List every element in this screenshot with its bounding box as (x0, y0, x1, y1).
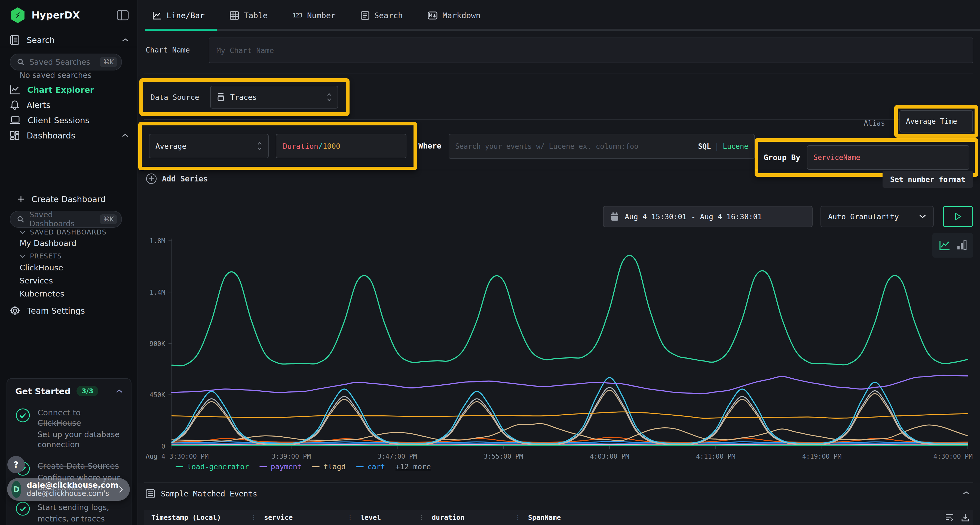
tab-table[interactable]: Table (230, 11, 267, 20)
column-grip-icon[interactable]: ⋮ (514, 514, 521, 521)
no-saved-searches: No saved searches (20, 70, 129, 81)
saved-dashboards-input[interactable]: Saved Dashboards ⌘K (10, 211, 122, 228)
tab-underline-track (145, 29, 980, 31)
series-line (172, 387, 968, 444)
toggle-separator: | (714, 142, 719, 151)
sidebar-item-client-sessions[interactable]: Client Sessions (10, 114, 129, 127)
chart-name-label: Chart Name (146, 46, 190, 54)
sql-toggle[interactable]: SQL (698, 142, 711, 151)
sidebar-item-dashboards[interactable]: Dashboards (10, 129, 129, 142)
legend-item[interactable]: load-generator (176, 462, 249, 471)
task-title: Create Data Sources (38, 461, 122, 471)
add-series-button[interactable]: Add Series (146, 173, 208, 184)
tab-search[interactable]: Search (361, 11, 403, 20)
sidebar-collapse-icon[interactable] (117, 10, 129, 21)
legend-more-link[interactable]: +12 more (396, 462, 431, 471)
lucene-toggle[interactable]: Lucene (723, 142, 748, 151)
plus-circle-icon (146, 173, 157, 184)
sidebar-item-my-dashboard[interactable]: My Dashboard (20, 238, 129, 249)
time-range-value: Aug 4 15:30:01 - Aug 4 16:30:01 (625, 213, 762, 221)
where-input[interactable] (455, 142, 698, 151)
data-source-select[interactable]: Traces (210, 86, 338, 109)
column-header-service[interactable]: service (257, 514, 347, 522)
wrap-lines-icon[interactable] (945, 513, 954, 522)
aggregation-select[interactable]: Average (149, 134, 269, 158)
dashboards-grid-icon (10, 130, 20, 140)
timeseries-chart[interactable]: 0450K900K1.4M1.8MAug 4 3:30:00 PM3:39:00… (144, 234, 973, 462)
chevron-up-icon[interactable] (963, 491, 970, 495)
number-123-icon: 123 (293, 12, 302, 19)
chevron-up-icon[interactable] (122, 38, 129, 42)
legend-dash-icon (259, 466, 267, 467)
chevron-up-icon[interactable] (116, 389, 123, 393)
sidebar-item-search[interactable]: Search (10, 34, 129, 46)
get-started-item-send-data[interactable]: Start sending logs, metrics, or traces (15, 501, 123, 524)
sidebar-item-team-settings[interactable]: Team Settings (10, 304, 129, 317)
group-by-label: Group By (764, 153, 800, 162)
legend-item[interactable]: cart (356, 462, 385, 471)
create-dashboard-button[interactable]: Create Dashboard (18, 193, 129, 206)
play-icon (954, 212, 962, 221)
granularity-select[interactable]: Auto Granularity (821, 206, 934, 227)
alerts-label: Alerts (27, 100, 50, 110)
x-tick-label: 4:19:00 PM (802, 453, 842, 460)
saved-searches-placeholder: Saved Searches (29, 58, 90, 67)
time-range-picker[interactable]: Aug 4 15:30:01 - Aug 4 16:30:01 (603, 206, 813, 227)
avatar: D (11, 481, 21, 498)
column-header-timestamp[interactable]: Timestamp (Local) (144, 514, 250, 522)
column-grip-icon[interactable]: ⋮ (347, 514, 353, 521)
alias-input[interactable] (899, 110, 973, 132)
legend-dash-icon (176, 466, 183, 467)
legend-dash-icon (356, 466, 364, 467)
user-menu[interactable]: D dale@clickhouse.com dale@clickhouse.co… (7, 478, 130, 501)
legend-label: load-generator (187, 462, 249, 471)
legend-item[interactable]: flagd (312, 462, 345, 471)
task-subtitle: metrics, or traces (38, 514, 122, 524)
sidebar-item-clickhouse[interactable]: ClickHouse (20, 262, 129, 273)
x-tick-label: Aug 4 3:30:00 PM (146, 453, 208, 460)
x-tick-label: 4:11:00 PM (696, 453, 735, 460)
granularity-value: Auto Granularity (828, 213, 899, 221)
column-header-duration[interactable]: duration (425, 514, 514, 522)
main-content: Line/Bar Table 123 Number Search Markdow… (137, 0, 980, 525)
presets-section[interactable]: PRESETS (20, 251, 129, 261)
saved-dashboards-placeholder: Saved Dashboards (29, 210, 100, 228)
task-subtitle: Set up your database connection (38, 430, 122, 450)
help-button[interactable]: ? (7, 456, 25, 473)
set-number-format-button[interactable]: Set number format (883, 171, 973, 188)
column-header-spanname[interactable]: SpanName (521, 514, 561, 522)
app-title: HyperDX (32, 10, 80, 21)
aggregation-value: Average (156, 142, 186, 151)
run-query-button[interactable] (943, 206, 973, 227)
tab-active-indicator (145, 29, 217, 31)
x-tick-label: 3:47:00 PM (377, 453, 417, 460)
create-dashboard-label: Create Dashboard (32, 195, 106, 204)
group-by-input[interactable] (807, 145, 969, 170)
legend-label: payment (271, 462, 302, 471)
saved-searches-input[interactable]: Saved Searches ⌘K (10, 54, 122, 70)
sidebar-item-kubernetes[interactable]: Kubernetes (20, 288, 129, 299)
legend-item[interactable]: payment (259, 462, 302, 471)
legend-label: cart (368, 462, 385, 471)
sidebar-item-services[interactable]: Services (20, 275, 129, 286)
get-started-item-connect[interactable]: Connect to ClickHouse Set up your databa… (15, 408, 123, 450)
chevron-up-icon[interactable] (122, 133, 129, 138)
tab-markdown[interactable]: Markdown (428, 11, 480, 20)
download-icon[interactable] (961, 513, 969, 522)
column-grip-icon[interactable]: ⋮ (250, 514, 257, 521)
data-source-value: Traces (230, 93, 257, 102)
expression-field[interactable]: Duration/1000 (276, 134, 406, 158)
column-grip-icon[interactable]: ⋮ (418, 514, 425, 521)
saved-dashboards-section[interactable]: SAVED DASHBOARDS (20, 227, 129, 237)
column-header-level[interactable]: level (353, 514, 418, 522)
sidebar-item-alerts[interactable]: Alerts (10, 98, 129, 111)
tab-number[interactable]: 123 Number (293, 11, 336, 20)
chart-name-input[interactable] (209, 38, 973, 63)
sample-events-section: Sample Matched Events Timestamp (Local) … (137, 482, 980, 525)
expression-value: 1000 (323, 142, 340, 151)
sidebar-item-chart-explorer[interactable]: Chart Explorer (10, 83, 129, 96)
user-email: dale@clickhouse.com (27, 481, 118, 490)
tab-line-bar[interactable]: Line/Bar (153, 11, 205, 20)
gear-icon (10, 306, 20, 316)
y-tick-label: 900K (150, 340, 165, 347)
